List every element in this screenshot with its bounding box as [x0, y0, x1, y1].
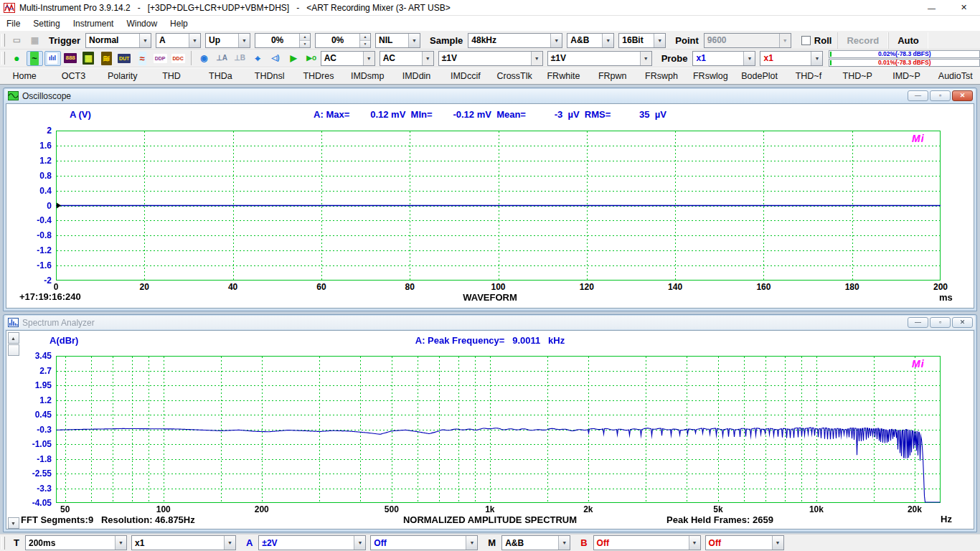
- dropdown-arrow-icon[interactable]: [811, 52, 822, 65]
- dropdown-arrow-icon[interactable]: [139, 34, 151, 47]
- multimeter-icon[interactable]: 888: [62, 51, 79, 66]
- save-file-icon[interactable]: ▦: [27, 33, 43, 48]
- minimize-button[interactable]: —: [908, 317, 928, 328]
- trigger-hpf-select[interactable]: NIL: [375, 33, 420, 48]
- range-b-select[interactable]: ±1V: [547, 51, 652, 66]
- spin-up-icon[interactable]: [300, 34, 310, 40]
- dropdown-arrow-icon[interactable]: [422, 52, 433, 65]
- trigger-source-select[interactable]: A: [156, 33, 201, 48]
- time-multiplier-select[interactable]: x1: [131, 535, 236, 550]
- oscilloscope-titlebar[interactable]: Oscilloscope —▫✕: [5, 89, 975, 103]
- trigger-level-spinner[interactable]: 0%: [255, 33, 311, 48]
- panel-tab-thda[interactable]: THDa: [196, 68, 245, 84]
- input-device-icon[interactable]: ◉: [196, 51, 212, 66]
- sampling-channels-select[interactable]: A&B: [567, 33, 614, 48]
- toolbar-grip[interactable]: [1, 52, 5, 65]
- panel-tab-frwhite[interactable]: FRwhite: [539, 68, 588, 84]
- dropdown-arrow-icon[interactable]: [743, 52, 755, 65]
- auto-button[interactable]: Auto: [888, 32, 928, 49]
- dropdown-arrow-icon[interactable]: [640, 52, 651, 65]
- app-minimize-button[interactable]: —: [915, 0, 948, 15]
- panel-tab-frswph[interactable]: FRswph: [637, 68, 686, 84]
- waveform-plot[interactable]: [56, 131, 941, 281]
- range-a-select[interactable]: ±1V: [438, 51, 543, 66]
- panel-tab-polarity[interactable]: Polarity: [98, 68, 147, 84]
- dropdown-arrow-icon[interactable]: [115, 536, 126, 550]
- play-loop-icon[interactable]: ▶o: [303, 51, 320, 66]
- oscilloscope-icon[interactable]: ~: [27, 51, 43, 66]
- spin-down-icon[interactable]: [300, 40, 310, 47]
- ddc-icon[interactable]: DDC: [170, 51, 187, 66]
- spin-up-icon[interactable]: [360, 34, 370, 40]
- panel-tab-frswlog[interactable]: FRswlog: [686, 68, 735, 84]
- probe-calibration-icon[interactable]: ⌖: [250, 51, 266, 66]
- timebase-select[interactable]: 200ms: [25, 535, 127, 550]
- coupling-a-select[interactable]: AC: [321, 51, 375, 66]
- panel-tab-oct3[interactable]: OCT3: [49, 68, 98, 84]
- app-close-button[interactable]: ✕: [948, 0, 980, 15]
- ddp-viewer-icon[interactable]: DDP: [152, 51, 169, 66]
- minimize-button[interactable]: —: [908, 90, 928, 101]
- open-file-icon[interactable]: ▭: [9, 33, 25, 48]
- dropdown-arrow-icon[interactable]: [363, 52, 374, 65]
- dropdown-arrow-icon[interactable]: [531, 52, 542, 65]
- menu-window[interactable]: Window: [120, 16, 164, 31]
- sound-output-icon[interactable]: ◁): [268, 51, 284, 66]
- menu-help[interactable]: Help: [164, 16, 194, 31]
- menu-instrument[interactable]: Instrument: [67, 16, 121, 31]
- panel-tab-imdsmp[interactable]: IMDsmp: [343, 68, 392, 84]
- a-range-select[interactable]: ±2V: [258, 535, 366, 550]
- spectrum-analyzer-icon[interactable]: ılıl: [44, 51, 61, 66]
- dropdown-arrow-icon[interactable]: [550, 34, 562, 47]
- sampling-rate-select[interactable]: 48kHz: [468, 33, 562, 48]
- oscilloscope-window[interactable]: Oscilloscope —▫✕ A (V) A: Max= 0.12 mV M…: [3, 88, 977, 311]
- probe-b-select[interactable]: x1: [760, 51, 823, 66]
- toolbar-grip[interactable]: [1, 34, 5, 47]
- b-range-select[interactable]: Off: [593, 535, 701, 550]
- panel-tab-crosstlk[interactable]: CrossTlk: [490, 68, 539, 84]
- panel-tab-imddin[interactable]: IMDdin: [392, 68, 440, 84]
- dropdown-arrow-icon[interactable]: [558, 536, 570, 550]
- roll-checkbox[interactable]: Roll: [801, 35, 832, 46]
- spectrum-3d-plot-icon[interactable]: ▦: [80, 51, 97, 66]
- panel-tab-bodeplot[interactable]: BodePlot: [735, 68, 783, 84]
- panel-tab-thdnsl[interactable]: THDnsl: [245, 68, 293, 84]
- dropdown-arrow-icon[interactable]: [466, 536, 477, 550]
- dropdown-arrow-icon[interactable]: [654, 34, 665, 47]
- dropdown-arrow-icon[interactable]: [354, 536, 365, 550]
- dropdown-arrow-icon[interactable]: [238, 34, 250, 47]
- b-function-select[interactable]: Off: [705, 535, 784, 550]
- ground-b-icon[interactable]: ⊥B: [232, 51, 248, 66]
- panel-tab-frpwn[interactable]: FRpwn: [588, 68, 637, 84]
- menu-file[interactable]: File: [0, 16, 27, 31]
- panel-tab-imd~p[interactable]: IMD~P: [882, 68, 930, 84]
- mix-mode-select[interactable]: A&B: [501, 535, 570, 550]
- run-icon[interactable]: ●: [9, 51, 25, 66]
- menu-setting[interactable]: Setting: [27, 16, 66, 31]
- restore-button[interactable]: ▫: [930, 317, 951, 328]
- ground-a-icon[interactable]: ⊥A: [214, 51, 230, 66]
- spin-down-icon[interactable]: [360, 40, 370, 47]
- signal-generator-icon[interactable]: ≋: [98, 51, 115, 66]
- panel-tab-thd~p[interactable]: THD~P: [833, 68, 882, 84]
- trigger-mode-select[interactable]: Normal: [85, 33, 151, 48]
- dropdown-arrow-icon[interactable]: [689, 536, 700, 550]
- dropdown-arrow-icon[interactable]: [224, 536, 235, 550]
- panel-tab-thdres[interactable]: THDres: [294, 68, 343, 84]
- scroll-thumb[interactable]: [8, 344, 19, 356]
- close-button[interactable]: ✕: [952, 90, 973, 101]
- trigger-delay-spinner[interactable]: 0%: [315, 33, 371, 48]
- probe-a-select[interactable]: x1: [692, 51, 755, 66]
- dropdown-arrow-icon[interactable]: [408, 34, 420, 47]
- panel-tab-home[interactable]: Home: [0, 68, 49, 84]
- dropdown-arrow-icon[interactable]: [602, 34, 613, 47]
- checkbox-icon[interactable]: [801, 36, 811, 45]
- spectrum-titlebar[interactable]: Spectrum Analyzer —▫✕: [5, 316, 975, 329]
- dropdown-arrow-icon[interactable]: [772, 536, 783, 550]
- spectrum-plot[interactable]: [56, 356, 941, 503]
- a-function-select[interactable]: Off: [370, 535, 478, 550]
- coupling-b-select[interactable]: AC: [380, 51, 434, 66]
- panel-tab-imdccif[interactable]: IMDccif: [441, 68, 490, 84]
- trigger-edge-select[interactable]: Up: [205, 33, 250, 48]
- left-scrollbar[interactable]: ▲ ▼: [7, 332, 19, 529]
